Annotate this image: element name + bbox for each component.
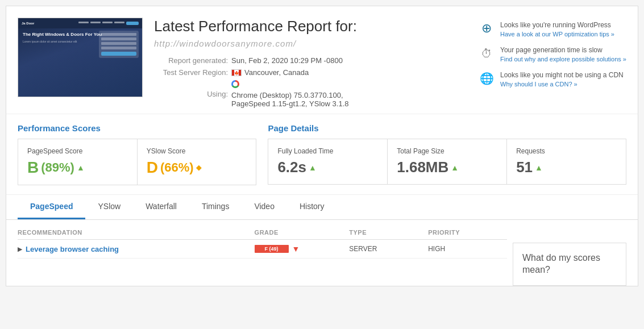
browser-info: Chrome (Desktop) 75.0.3770.100, PageSpee… bbox=[231, 91, 379, 108]
pagespeed-label: PageSpeed Score bbox=[27, 147, 128, 155]
tip-wordpress-text: Looks like you're running WordPress Have… bbox=[500, 20, 614, 39]
mock-logo: Ja Door bbox=[22, 22, 34, 25]
page-size-card: Total Page Size 1.68MB ▲ bbox=[388, 139, 507, 184]
using-row: Using: Chrome (Desktop) 75.0.3770.100, P… bbox=[154, 80, 467, 108]
fully-loaded-trend: ▲ bbox=[309, 163, 317, 172]
page-details: Page Details Fully Loaded Time 6.2s ▲ To… bbox=[268, 123, 626, 185]
pagespeed-pct: (89%) bbox=[41, 160, 74, 175]
scores-section: Performance Scores PageSpeed Score B (89… bbox=[6, 114, 638, 195]
requests-label: Requests bbox=[516, 147, 617, 155]
canada-flag-icon: 🍁 bbox=[231, 69, 242, 76]
chevron-down-icon: ▶ bbox=[18, 246, 22, 252]
tip-wordpress: ⊕ Looks like you're running WordPress Ha… bbox=[479, 20, 626, 39]
recommendation-label: ▶ Leverage browser caching bbox=[18, 245, 255, 253]
row-type: SERVER bbox=[349, 245, 428, 253]
chrome-icon bbox=[231, 80, 239, 88]
col-header-grade: GRADE bbox=[255, 229, 350, 236]
scores-meaning-text: What do my scores mean? bbox=[522, 252, 617, 276]
tips-panel: ⊕ Looks like you're running WordPress Ha… bbox=[479, 18, 626, 108]
requests-card: Requests 51 ▲ bbox=[507, 139, 626, 184]
pagespeed-trend: ▲ bbox=[77, 163, 85, 172]
report-title: Latest Performance Report for: bbox=[154, 18, 467, 35]
yslow-score-card: YSlow Score D (66%) ◆ bbox=[138, 139, 256, 185]
report-info: Latest Performance Report for: http://wi… bbox=[154, 18, 467, 108]
fully-loaded-card: Fully Loaded Time 6.2s ▲ bbox=[268, 139, 388, 184]
mock-nav bbox=[78, 22, 139, 25]
col-header-recommendation: RECOMMENDATION bbox=[18, 229, 255, 236]
yslow-value: D (66%) ◆ bbox=[147, 159, 247, 177]
recommendations-table: RECOMMENDATION GRADE TYPE PRIORITY ▶ Lev… bbox=[18, 226, 507, 286]
using-label: Using: bbox=[154, 90, 228, 98]
pagespeed-grade: B bbox=[27, 159, 39, 177]
tip-pagegen-text: Your page generation time is slow Find o… bbox=[500, 45, 626, 64]
tip-cdn-link[interactable]: Why should I use a CDN? » bbox=[500, 80, 624, 89]
detail-cards: Fully Loaded Time 6.2s ▲ Total Page Size… bbox=[268, 139, 626, 185]
fully-loaded-label: Fully Loaded Time bbox=[277, 147, 378, 155]
tip-wordpress-link[interactable]: Have a look at our WP optimization tips … bbox=[500, 30, 614, 39]
tab-timings[interactable]: Timings bbox=[189, 195, 242, 219]
grade-trend-icon: ▼ bbox=[292, 244, 300, 253]
report-url: http://windowdoorsanymore.com/ bbox=[154, 39, 467, 48]
globe-icon: 🌐 bbox=[479, 70, 495, 86]
test-server-label: Test Server Region: bbox=[154, 68, 228, 77]
mock-site-header: Ja Door bbox=[18, 18, 142, 28]
scores-meaning-box: What do my scores mean? bbox=[513, 243, 626, 286]
report-meta: Report generated: Sun, Feb 2, 2020 10:29… bbox=[154, 56, 467, 108]
col-header-type: TYPE bbox=[349, 229, 428, 236]
tab-history[interactable]: History bbox=[287, 195, 337, 219]
performance-scores: Performance Scores PageSpeed Score B (89… bbox=[18, 123, 256, 185]
clock-icon: ⏱ bbox=[479, 45, 495, 61]
report-generated-label: Report generated: bbox=[154, 56, 228, 65]
top-section: Ja Door The Right Windows & Doors For Yo… bbox=[6, 6, 638, 114]
performance-scores-title: Performance Scores bbox=[18, 123, 256, 133]
report-generated-row: Report generated: Sun, Feb 2, 2020 10:29… bbox=[154, 56, 467, 65]
page-details-title: Page Details bbox=[268, 123, 626, 133]
table-section: RECOMMENDATION GRADE TYPE PRIORITY ▶ Lev… bbox=[6, 220, 638, 286]
tip-pagegen-link[interactable]: Find out why and explore possible soluti… bbox=[500, 55, 626, 64]
tab-yslow[interactable]: YSlow bbox=[85, 195, 133, 219]
grade-badge: F (49) bbox=[255, 245, 289, 253]
tabs: PageSpeed YSlow Waterfall Timings Video … bbox=[18, 195, 626, 219]
requests-value: 51 ▲ bbox=[516, 159, 617, 176]
row-priority: HIGH bbox=[428, 245, 507, 253]
tip-pagegen: ⏱ Your page generation time is slow Find… bbox=[479, 45, 626, 64]
requests-trend: ▲ bbox=[535, 163, 543, 172]
page-size-trend: ▲ bbox=[451, 163, 459, 172]
yslow-grade: D bbox=[147, 159, 158, 177]
fully-loaded-value: 6.2s ▲ bbox=[277, 159, 378, 176]
tip-cdn: 🌐 Looks like you might not be using a CD… bbox=[479, 70, 626, 89]
test-server-row: Test Server Region: 🍁 Vancouver, Canada bbox=[154, 68, 467, 77]
server-location: Vancouver, Canada bbox=[244, 68, 309, 77]
page-size-label: Total Page Size bbox=[397, 147, 497, 155]
score-cards: PageSpeed Score B (89%) ▲ YSlow Score D … bbox=[18, 139, 256, 185]
table-header: RECOMMENDATION GRADE TYPE PRIORITY bbox=[18, 226, 507, 240]
wordpress-icon: ⊕ bbox=[479, 20, 495, 36]
yslow-label: YSlow Score bbox=[147, 147, 247, 155]
report-generated-value: Sun, Feb 2, 2020 10:29 PM -0800 bbox=[231, 56, 343, 65]
tab-video[interactable]: Video bbox=[242, 195, 287, 219]
tab-pagespeed[interactable]: PageSpeed bbox=[18, 195, 85, 219]
using-value: Chrome (Desktop) 75.0.3770.100, PageSpee… bbox=[231, 80, 379, 108]
page-size-value: 1.68MB ▲ bbox=[397, 159, 497, 176]
mock-form bbox=[99, 31, 139, 58]
yslow-pct: (66%) bbox=[160, 160, 194, 175]
site-screenshot: Ja Door The Right Windows & Doors For Yo… bbox=[18, 18, 143, 97]
recommendation-text[interactable]: Leverage browser caching bbox=[26, 245, 119, 253]
grade-bar: F (49) ▼ bbox=[255, 244, 350, 253]
col-header-priority: PRIORITY bbox=[428, 229, 507, 236]
test-server-value: 🍁 Vancouver, Canada bbox=[231, 68, 309, 77]
table-row: ▶ Leverage browser caching F (49) ▼ SERV… bbox=[18, 240, 507, 259]
yslow-trend: ◆ bbox=[196, 164, 201, 172]
tabs-section: PageSpeed YSlow Waterfall Timings Video … bbox=[6, 195, 638, 220]
tab-waterfall[interactable]: Waterfall bbox=[133, 195, 189, 219]
pagespeed-score-card: PageSpeed Score B (89%) ▲ bbox=[18, 139, 138, 185]
pagespeed-value: B (89%) ▲ bbox=[27, 159, 128, 177]
tip-cdn-text: Looks like you might not be using a CDN … bbox=[500, 70, 624, 89]
